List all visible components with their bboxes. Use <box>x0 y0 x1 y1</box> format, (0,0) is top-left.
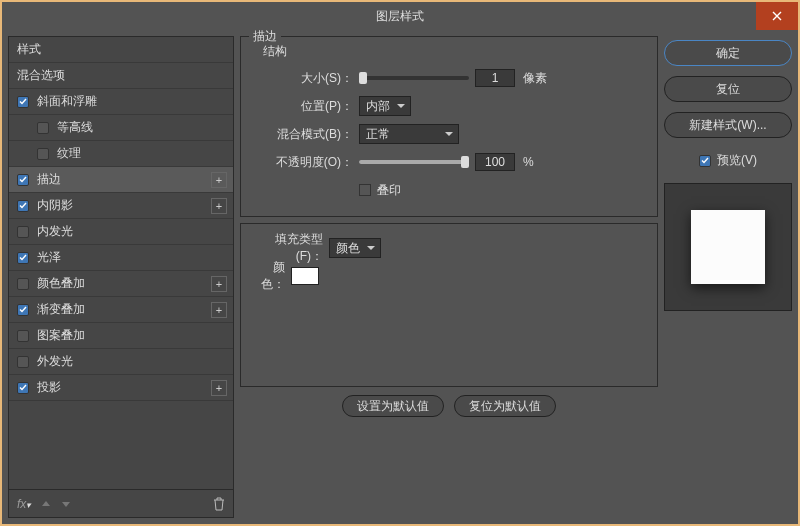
add-effect-button[interactable]: + <box>211 276 227 292</box>
ok-button[interactable]: 确定 <box>664 40 792 66</box>
defaults-row: 设置为默认值 复位为默认值 <box>240 395 658 417</box>
blend-mode-label: 混合模式(B)： <box>251 126 359 143</box>
style-checkbox[interactable] <box>37 148 49 160</box>
style-checkbox[interactable] <box>17 174 29 186</box>
style-label: 光泽 <box>37 249 61 266</box>
size-row: 大小(S)： 1 像素 <box>251 66 647 90</box>
style-checkbox[interactable] <box>17 252 29 264</box>
style-label: 渐变叠加 <box>37 301 85 318</box>
opacity-slider[interactable] <box>359 155 469 169</box>
preview-toggle[interactable]: 预览(V) <box>664 152 792 169</box>
style-label: 斜面和浮雕 <box>37 93 97 110</box>
window-title: 图层样式 <box>376 8 424 25</box>
styles-header-label: 样式 <box>17 41 41 58</box>
style-label: 颜色叠加 <box>37 275 85 292</box>
opacity-input[interactable]: 100 <box>475 153 515 171</box>
style-item[interactable]: 内发光 <box>9 219 233 245</box>
blending-options-label: 混合选项 <box>17 67 65 84</box>
overprint-row: 叠印 <box>251 178 647 202</box>
color-swatch[interactable] <box>291 267 319 285</box>
arrow-down-icon[interactable] <box>61 499 71 509</box>
style-checkbox[interactable] <box>17 356 29 368</box>
style-item[interactable]: 等高线 <box>9 115 233 141</box>
arrow-up-icon[interactable] <box>41 499 51 509</box>
new-style-button[interactable]: 新建样式(W)... <box>664 112 792 138</box>
style-checkbox[interactable] <box>17 304 29 316</box>
options-panel: 描边 结构 大小(S)： 1 像素 位置(P)： 内部 混合模式(B)： 正常 <box>240 36 658 518</box>
blending-options[interactable]: 混合选项 <box>9 63 233 89</box>
styles-header[interactable]: 样式 <box>9 37 233 63</box>
fx-icon[interactable]: fx▾ <box>17 497 31 511</box>
style-checkbox[interactable] <box>17 330 29 342</box>
opacity-row: 不透明度(O)： 100 % <box>251 150 647 174</box>
stroke-group: 描边 结构 大小(S)： 1 像素 位置(P)： 内部 混合模式(B)： 正常 <box>240 36 658 217</box>
style-label: 投影 <box>37 379 61 396</box>
trash-icon[interactable] <box>213 497 225 511</box>
style-label: 图案叠加 <box>37 327 85 344</box>
layer-style-dialog: 图层样式 样式 混合选项 斜面和浮雕等高线纹理描边+内阴影+内发光光泽颜色叠加+… <box>2 2 798 524</box>
color-label: 颜色： <box>251 259 291 293</box>
style-checkbox[interactable] <box>17 96 29 108</box>
style-label: 纹理 <box>57 145 81 162</box>
size-slider[interactable] <box>359 71 469 85</box>
preview-box <box>664 183 792 311</box>
style-item[interactable]: 投影+ <box>9 375 233 401</box>
preview-label: 预览(V) <box>717 152 757 169</box>
preview-swatch <box>691 210 765 284</box>
style-checkbox[interactable] <box>17 226 29 238</box>
style-label: 外发光 <box>37 353 73 370</box>
content: 样式 混合选项 斜面和浮雕等高线纹理描边+内阴影+内发光光泽颜色叠加+渐变叠加+… <box>2 30 798 524</box>
style-item[interactable]: 图案叠加 <box>9 323 233 349</box>
color-row: 颜色： <box>251 264 647 288</box>
style-item[interactable]: 光泽 <box>9 245 233 271</box>
style-checkbox[interactable] <box>37 122 49 134</box>
stroke-legend: 描边 <box>249 28 281 45</box>
style-item[interactable]: 外发光 <box>9 349 233 375</box>
style-item[interactable]: 描边+ <box>9 167 233 193</box>
add-effect-button[interactable]: + <box>211 302 227 318</box>
actions-panel: 确定 复位 新建样式(W)... 预览(V) <box>664 36 792 518</box>
style-item[interactable]: 纹理 <box>9 141 233 167</box>
opacity-unit: % <box>523 155 534 169</box>
filltype-dropdown[interactable]: 颜色 <box>329 238 381 258</box>
style-checkbox[interactable] <box>17 200 29 212</box>
style-checkbox[interactable] <box>17 278 29 290</box>
style-label: 内发光 <box>37 223 73 240</box>
position-label: 位置(P)： <box>251 98 359 115</box>
make-default-button[interactable]: 设置为默认值 <box>342 395 444 417</box>
styles-panel: 样式 混合选项 斜面和浮雕等高线纹理描边+内阴影+内发光光泽颜色叠加+渐变叠加+… <box>8 36 234 518</box>
add-effect-button[interactable]: + <box>211 172 227 188</box>
style-item[interactable]: 斜面和浮雕 <box>9 89 233 115</box>
size-label: 大小(S)： <box>251 70 359 87</box>
reset-button[interactable]: 复位 <box>664 76 792 102</box>
blend-mode-row: 混合模式(B)： 正常 <box>251 122 647 146</box>
overprint-label: 叠印 <box>377 182 401 199</box>
fill-group: 填充类型(F)： 颜色 颜色： <box>240 223 658 387</box>
structure-legend: 结构 <box>263 43 647 60</box>
close-button[interactable] <box>756 2 798 30</box>
style-item[interactable]: 颜色叠加+ <box>9 271 233 297</box>
preview-checkbox[interactable] <box>699 155 711 167</box>
size-input[interactable]: 1 <box>475 69 515 87</box>
add-effect-button[interactable]: + <box>211 198 227 214</box>
style-label: 描边 <box>37 171 61 188</box>
position-row: 位置(P)： 内部 <box>251 94 647 118</box>
reset-default-button[interactable]: 复位为默认值 <box>454 395 556 417</box>
overprint-checkbox[interactable] <box>359 184 371 196</box>
opacity-label: 不透明度(O)： <box>251 154 359 171</box>
style-item[interactable]: 内阴影+ <box>9 193 233 219</box>
position-dropdown[interactable]: 内部 <box>359 96 411 116</box>
style-label: 内阴影 <box>37 197 73 214</box>
style-label: 等高线 <box>57 119 93 136</box>
close-icon <box>772 11 782 21</box>
style-item[interactable]: 渐变叠加+ <box>9 297 233 323</box>
style-checkbox[interactable] <box>17 382 29 394</box>
filltype-row: 填充类型(F)： 颜色 <box>251 236 647 260</box>
blend-mode-dropdown[interactable]: 正常 <box>359 124 459 144</box>
titlebar: 图层样式 <box>2 2 798 30</box>
styles-footer: fx▾ <box>9 489 233 517</box>
add-effect-button[interactable]: + <box>211 380 227 396</box>
size-unit: 像素 <box>523 70 547 87</box>
spacer <box>9 401 233 489</box>
